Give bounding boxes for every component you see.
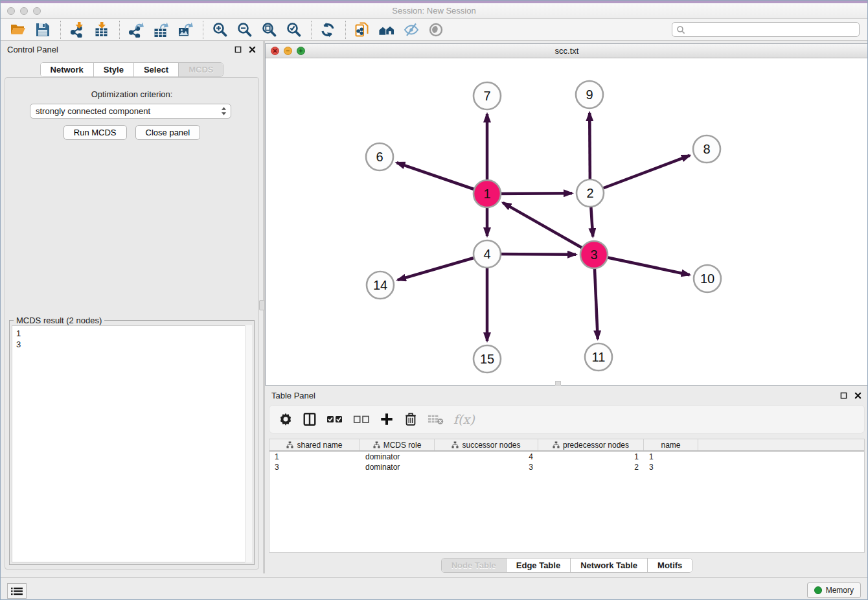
edge-2-8[interactable] — [590, 156, 690, 193]
tab-edge-table[interactable]: Edge Table — [507, 559, 571, 572]
mcds-result-text[interactable]: 1 3 — [12, 325, 252, 562]
preview-eye-icon[interactable] — [426, 20, 446, 40]
tab-mcds[interactable]: MCDS — [179, 63, 223, 76]
window-title: Session: New Session — [1, 6, 867, 16]
mcds-panel: Optimization criterion: strongly connect… — [5, 77, 259, 570]
run-mcds-button[interactable]: Run MCDS — [63, 125, 127, 140]
tab-select[interactable]: Select — [134, 63, 179, 76]
result-scrollbar[interactable] — [245, 325, 252, 562]
cell-1-3[interactable]: 2 — [538, 462, 644, 472]
column-header-MCDS-role[interactable]: MCDS role — [360, 439, 435, 450]
column-header-shared-name[interactable]: shared name — [269, 439, 360, 450]
open-folder-icon[interactable] — [8, 20, 28, 40]
cell-0-3[interactable]: 1 — [538, 452, 644, 462]
float-table-panel-icon[interactable] — [839, 391, 848, 400]
list-icon — [11, 587, 23, 595]
table-panel-title: Table Panel — [271, 391, 315, 400]
node-table-body: 1dominator4113dominator323 — [269, 452, 864, 472]
close-table-panel-icon[interactable] — [853, 391, 862, 400]
float-panel-icon[interactable] — [233, 45, 242, 54]
columns-icon[interactable] — [303, 410, 317, 429]
graph-node-label-7: 7 — [483, 89, 490, 103]
export-network-icon[interactable] — [126, 20, 146, 40]
memory-button[interactable]: Memory — [807, 583, 861, 598]
search-input[interactable] — [685, 25, 859, 34]
table-tabs: Node TableEdge TableNetwork TableMotifs — [265, 558, 868, 573]
save-icon[interactable] — [33, 20, 52, 40]
tab-network[interactable]: Network — [41, 63, 94, 76]
mcds-result-title: MCDS result (2 nodes) — [14, 316, 104, 325]
cell-1-2[interactable]: 3 — [435, 462, 538, 472]
toolbar-separator — [119, 21, 120, 39]
close-panel-icon[interactable] — [247, 45, 257, 54]
graph-node-label-14: 14 — [373, 278, 387, 292]
network-window-titlebar[interactable]: ✕ − + scc.txt — [266, 44, 868, 58]
status-bar: Memory — [1, 577, 867, 600]
select-all-icon[interactable] — [326, 410, 343, 429]
graph-node-label-10: 10 — [700, 271, 714, 286]
window-titlebar[interactable]: Session: New Session — [1, 3, 867, 19]
hide-panels-icon[interactable] — [402, 20, 421, 40]
task-history-button[interactable] — [7, 583, 27, 599]
network-window-title: scc.txt — [266, 46, 868, 56]
home-icon[interactable] — [377, 20, 396, 40]
add-row-icon[interactable] — [380, 410, 394, 429]
control-panel-header: Control Panel — [1, 41, 263, 58]
search-icon — [676, 25, 685, 34]
tab-motifs[interactable]: Motifs — [648, 559, 692, 572]
export-image-icon[interactable] — [176, 20, 195, 40]
zoom-in-icon[interactable] — [210, 20, 229, 40]
delete-table-icon[interactable] — [428, 410, 444, 429]
column-header-name[interactable]: name — [644, 439, 698, 450]
zoom-fit-icon[interactable] — [259, 20, 279, 40]
cell-0-4[interactable]: 1 — [644, 452, 698, 462]
zoom-selected-icon[interactable] — [284, 20, 303, 40]
column-header-successor-nodes[interactable]: successor nodes — [435, 439, 538, 450]
table-row-0[interactable]: 1dominator411 — [269, 452, 864, 462]
cell-1-4[interactable]: 3 — [644, 462, 698, 472]
table-row-1[interactable]: 3dominator323 — [269, 462, 864, 472]
cell-0-2[interactable]: 4 — [435, 452, 538, 462]
deselect-all-icon[interactable] — [353, 410, 370, 429]
graph-node-label-2: 2 — [586, 186, 593, 200]
clone-network-icon[interactable] — [352, 20, 372, 40]
optimization-select-value: strongly connected component — [36, 106, 150, 116]
graph-node-label-6: 6 — [376, 150, 383, 164]
cell-1-0[interactable]: 3 — [269, 462, 360, 472]
graph-node-label-4: 4 — [483, 247, 490, 261]
close-panel-button[interactable]: Close panel — [135, 125, 201, 140]
delete-row-icon[interactable] — [404, 410, 418, 429]
column-header-predecessor-nodes[interactable]: predecessor nodes — [538, 439, 644, 450]
node-table[interactable]: shared nameMCDS rolesuccessor nodesprede… — [269, 439, 865, 553]
toolbar-separator — [311, 21, 312, 39]
import-network-icon[interactable] — [67, 20, 87, 40]
tab-network-table[interactable]: Network Table — [571, 559, 648, 572]
search-box[interactable] — [672, 22, 860, 37]
network-view-window[interactable]: ✕ − + scc.txt 7968124314101511 — [265, 43, 868, 386]
vertical-splitter-grip[interactable] — [259, 300, 265, 310]
select-stepper-icon — [221, 106, 227, 116]
tab-style[interactable]: Style — [94, 63, 134, 76]
optimization-label: Optimization criterion: — [5, 89, 258, 99]
control-panel: Control Panel NetworkStyleSelectMCDS Opt… — [1, 41, 263, 573]
export-table-icon[interactable] — [151, 20, 170, 40]
gear-icon[interactable] — [279, 410, 293, 429]
cell-0-1[interactable]: dominator — [360, 452, 435, 462]
tab-node-table[interactable]: Node Table — [442, 559, 507, 572]
toolbar-separator — [203, 21, 203, 39]
import-table-icon[interactable] — [92, 20, 111, 40]
memory-status-icon — [814, 586, 822, 594]
optimization-select[interactable]: strongly connected component — [30, 104, 231, 119]
network-graph-canvas[interactable]: 7968124314101511 — [266, 58, 868, 385]
graph-node-label-8: 8 — [703, 142, 710, 156]
cell-1-1[interactable]: dominator — [360, 462, 435, 472]
edge-3-1[interactable] — [503, 203, 594, 255]
refresh-icon[interactable] — [318, 20, 337, 40]
function-builder-icon[interactable]: f(x) — [453, 412, 475, 426]
memory-label: Memory — [826, 586, 854, 595]
zoom-out-icon[interactable] — [234, 20, 254, 40]
control-panel-title: Control Panel — [7, 45, 58, 54]
edge-3-10[interactable] — [594, 255, 690, 275]
cell-0-0[interactable]: 1 — [269, 452, 360, 462]
horizontal-splitter-grip[interactable] — [555, 381, 561, 386]
